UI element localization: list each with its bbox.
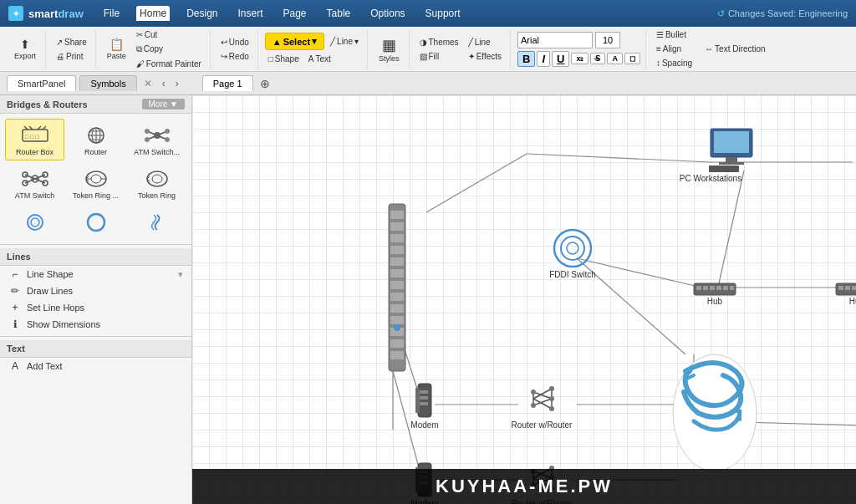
print-button[interactable]: 🖨 Print [53, 50, 90, 63]
export-button[interactable]: ⬆ Export [10, 35, 40, 63]
router1-node[interactable] [531, 386, 554, 411]
spacing-button[interactable]: ↕ Spacing [653, 57, 696, 69]
smartpanel-tab[interactable]: SmartPanel [7, 75, 76, 91]
format-group: ◑ Themes ▨ Fill ╱ Line ✦ Effects [411, 30, 512, 69]
strikethrough-button[interactable]: S̶ [590, 53, 605, 64]
undo-button[interactable]: ↩ Undo [217, 36, 252, 48]
underline-button[interactable]: U [552, 51, 569, 67]
subscript-button[interactable]: x₂ [571, 53, 588, 64]
menu-file[interactable]: File [100, 6, 123, 21]
svg-point-35 [152, 175, 162, 183]
font-size-input[interactable] [595, 32, 620, 48]
menu-table[interactable]: Table [324, 6, 354, 21]
svg-rect-133 [390, 257, 404, 266]
ring-icon [81, 210, 111, 235]
menu-page[interactable]: Page [280, 6, 310, 21]
font-family-input[interactable] [517, 32, 593, 48]
text-direction-icon: ↔ [705, 44, 713, 53]
symbol-circle[interactable] [5, 206, 64, 239]
bullet-button[interactable]: ☰ Bullet [653, 28, 696, 41]
draw-lines-icon: ✏ [8, 285, 22, 297]
add-text-item[interactable]: A Add Text [0, 358, 191, 374]
svg-rect-75 [852, 286, 856, 290]
menu-options[interactable]: Options [367, 6, 408, 21]
central-server-node[interactable] [673, 354, 757, 471]
effects-button[interactable]: ✦ Effects [465, 50, 505, 63]
canvas[interactable]: PC Workstations FDDI Switch Hub [192, 95, 856, 504]
symbol-router-box[interactable]: □ □ □ Router Box [5, 119, 64, 160]
select-button[interactable]: ▲ Select ▾ [265, 33, 324, 50]
hub2-node[interactable] [836, 283, 856, 295]
svg-rect-68 [710, 286, 715, 290]
symbol-atm-switch2[interactable]: ATM Switch [5, 162, 64, 204]
symbol-ring[interactable] [66, 206, 125, 239]
add-page-button[interactable]: ⊕ [257, 77, 273, 90]
menu-design[interactable]: Design [183, 6, 221, 21]
align-icon: ≡ [656, 44, 661, 53]
menu-bar: File Home Design Insert Page Table Optio… [100, 6, 464, 21]
align-button[interactable]: ≡ Align [653, 43, 696, 55]
fill-button[interactable]: ▨ Fill [416, 50, 462, 63]
svg-point-19 [165, 137, 170, 142]
export-icon: ⬆ [20, 38, 30, 51]
select-cursor-icon: ▲ [273, 37, 282, 47]
atm-switch2-icon [20, 166, 50, 191]
cut-button[interactable]: ✂ Cut [133, 28, 205, 41]
text-section-header: Text [0, 340, 191, 358]
draw-lines-item[interactable]: ✏ Draw Lines [0, 283, 191, 299]
fddi-label: FDDI Switch [549, 270, 596, 279]
share-button[interactable]: ↗ Share [53, 36, 90, 48]
symbol-atm-switch[interactable]: ATM Switch... [127, 119, 186, 160]
spacing-icon: ↕ [656, 59, 660, 68]
line-button[interactable]: ╱ Line ▾ [327, 33, 362, 50]
panel-nav-left[interactable]: ‹ [159, 78, 169, 89]
italic-button[interactable]: I [537, 51, 550, 67]
svg-point-63 [561, 237, 584, 260]
highlight-button[interactable]: ◻ [624, 53, 640, 64]
styles-button[interactable]: ▦ Styles [374, 33, 404, 65]
show-dimensions-item[interactable]: ℹ Show Dimensions [0, 316, 191, 333]
share-print-group: ↗ Share 🖨 Print [48, 30, 96, 69]
svg-rect-134 [390, 269, 404, 277]
text-section: Text A Add Text [0, 336, 191, 378]
format-painter-button[interactable]: 🖌 Format Painter [133, 58, 205, 70]
paste-button[interactable]: 📋 Paste [103, 35, 130, 63]
fontcolor-button[interactable]: A [607, 53, 623, 64]
set-line-hops-item[interactable]: + Set Line Hops [0, 299, 191, 316]
bold-button[interactable]: B [517, 51, 535, 67]
line-shape-item[interactable]: ⌐ Line Shape ▾ [0, 266, 191, 283]
modem1-node[interactable] [415, 384, 431, 417]
svg-point-91 [531, 389, 536, 395]
export-group: ⬆ Export [5, 30, 46, 69]
menu-support[interactable]: Support [422, 6, 464, 21]
panel-close-button[interactable]: ✕ [140, 78, 155, 89]
symbol-token-ring1[interactable]: Token Ring ... [66, 162, 125, 204]
menu-home[interactable]: Home [136, 6, 170, 21]
symbol-router[interactable]: Router [66, 119, 125, 160]
copy-button[interactable]: ⧉ Copy [133, 43, 205, 56]
line2-button[interactable]: ╱ Line [465, 36, 505, 48]
shape-button[interactable]: □ Shape [265, 53, 303, 65]
server-rack-node[interactable] [389, 204, 405, 371]
svg-rect-131 [390, 234, 404, 242]
redo-button[interactable]: ↪ Redo [217, 50, 252, 63]
panel-nav-right[interactable]: › [172, 78, 182, 89]
svg-rect-138 [390, 316, 404, 324]
clipboard-group: 📋 Paste ✂ Cut ⧉ Copy 🖌 Format Painter [98, 30, 211, 69]
shape-icon: □ [268, 54, 273, 64]
symbols-tab[interactable]: Symbols [79, 75, 136, 91]
page1-tab[interactable]: Page 1 [202, 75, 253, 91]
menu-insert[interactable]: Insert [234, 6, 266, 21]
line-shape-icon: ⌐ [8, 268, 22, 280]
fddi-switch-node[interactable] [554, 230, 591, 267]
select-dropdown-icon: ▾ [312, 36, 317, 47]
text-tool-button[interactable]: A Text [305, 53, 334, 65]
symbol-token-ring2[interactable]: Token Ring [127, 162, 186, 204]
pc-workstations-node[interactable] [709, 129, 752, 172]
more-button[interactable]: More ▼ [142, 99, 185, 109]
saved-status: ↺ Changes Saved: Engineering [717, 8, 848, 19]
text-direction-button[interactable]: ↔ Text Direction [701, 43, 769, 55]
hub1-node[interactable] [694, 283, 736, 295]
themes-button[interactable]: ◑ Themes [416, 36, 462, 48]
symbol-squiggle[interactable] [127, 206, 186, 239]
